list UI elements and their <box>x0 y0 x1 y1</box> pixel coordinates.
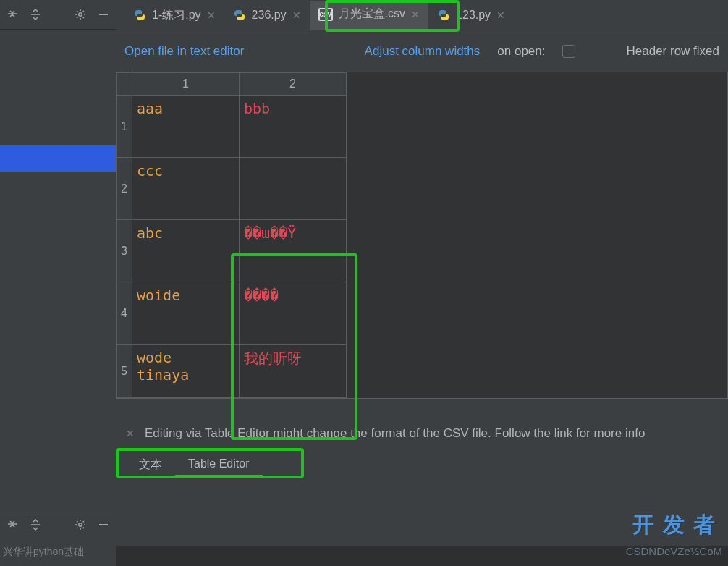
cell-r4-c1[interactable]: woide <box>132 282 240 345</box>
on-open-checkbox[interactable] <box>562 45 575 58</box>
status-bar <box>116 546 728 566</box>
tab-label: 123.py <box>456 9 491 22</box>
row-header-5[interactable]: 5 <box>117 345 132 398</box>
row-header-1[interactable]: 1 <box>117 96 132 158</box>
cell-r2-c1[interactable]: ccc <box>132 158 240 220</box>
collapse-all-icon[interactable] <box>6 518 19 531</box>
close-icon[interactable]: ✕ <box>292 9 301 21</box>
csv-file-icon: csv <box>318 8 333 21</box>
svg-point-0 <box>79 13 82 16</box>
python-file-icon <box>437 9 450 22</box>
row-header-4[interactable]: 4 <box>117 282 132 345</box>
project-toolbar-bottom <box>0 510 116 538</box>
csv-options-bar: Open file in text editor Adjust column w… <box>116 30 728 72</box>
adjust-column-widths-link[interactable]: Adjust column widths <box>365 44 481 59</box>
cell-r1-c1[interactable]: aaa <box>132 96 240 158</box>
row-header-2[interactable]: 2 <box>117 158 132 220</box>
expand-all-icon[interactable] <box>29 518 42 531</box>
tab-file-4[interactable]: 123.py ✕ <box>428 1 514 30</box>
project-selected-item[interactable] <box>0 145 116 172</box>
tab-label: 1-练习.py <box>152 8 201 23</box>
collapse-all-icon[interactable] <box>6 8 19 21</box>
cell-r2-c2[interactable] <box>240 158 347 220</box>
svg-rect-3 <box>99 524 108 525</box>
project-name-label: 兴华讲python基础 <box>0 538 116 566</box>
csv-table: 1 2 1 aaa bbb 2 ccc 3 abc ��ɯ��Ÿ 4 woide… <box>116 72 728 399</box>
col-header-1[interactable]: 1 <box>132 72 240 96</box>
open-in-text-editor-link[interactable]: Open file in text editor <box>124 44 244 59</box>
tab-label: 236.py <box>252 9 287 22</box>
cell-r1-c2[interactable]: bbb <box>240 96 347 158</box>
minimize-icon[interactable] <box>97 518 110 531</box>
close-icon[interactable]: ✕ <box>411 9 420 20</box>
row-header-3[interactable]: 3 <box>117 220 132 282</box>
svg-rect-1 <box>99 14 108 15</box>
gear-icon[interactable] <box>74 8 87 21</box>
editor-view-tabs: 文本 Table Editor <box>116 449 728 477</box>
editor-tab-bar: 1-练习.py ✕ 236.py ✕ csv 月光宝盒.csv ✕ 123.py… <box>116 0 728 30</box>
python-file-icon <box>233 9 246 22</box>
close-icon[interactable]: ✕ <box>126 428 135 439</box>
header-row-fixed-label: Header row fixed <box>626 44 719 59</box>
cell-r3-c1[interactable]: abc <box>132 220 240 282</box>
cell-r3-c2[interactable]: ��ɯ��Ÿ <box>240 220 347 282</box>
view-tab-table-editor[interactable]: Table Editor <box>175 452 263 477</box>
expand-all-icon[interactable] <box>29 8 42 21</box>
tab-file-3[interactable]: csv 月光宝盒.csv ✕ <box>310 1 428 30</box>
close-icon[interactable]: ✕ <box>207 9 216 21</box>
tab-label: 月光宝盒.csv <box>339 7 405 22</box>
corner-header <box>117 72 132 96</box>
view-tab-text[interactable]: 文本 <box>126 452 175 477</box>
cell-r5-c1[interactable]: wodetinaya <box>132 345 240 398</box>
col-header-2[interactable]: 2 <box>240 72 347 96</box>
on-open-label: on open: <box>497 44 545 59</box>
gear-icon[interactable] <box>74 518 87 531</box>
info-banner: ✕ Editing via Table Editor might change … <box>116 418 728 449</box>
close-icon[interactable]: ✕ <box>496 9 505 21</box>
project-panel-top <box>0 29 116 510</box>
minimize-icon[interactable] <box>97 8 110 21</box>
tab-file-2[interactable]: 236.py ✕ <box>224 1 310 30</box>
python-file-icon <box>133 9 146 22</box>
svg-point-2 <box>79 523 82 525</box>
project-toolbar-top <box>0 0 116 29</box>
cell-r5-c2[interactable]: 我的听呀 <box>240 345 347 398</box>
tab-file-1[interactable]: 1-练习.py ✕ <box>124 1 224 30</box>
cell-r4-c2[interactable]: ���� <box>240 282 347 345</box>
info-message: Editing via Table Editor might change th… <box>145 426 645 441</box>
watermark: 开发者 <box>632 510 724 540</box>
